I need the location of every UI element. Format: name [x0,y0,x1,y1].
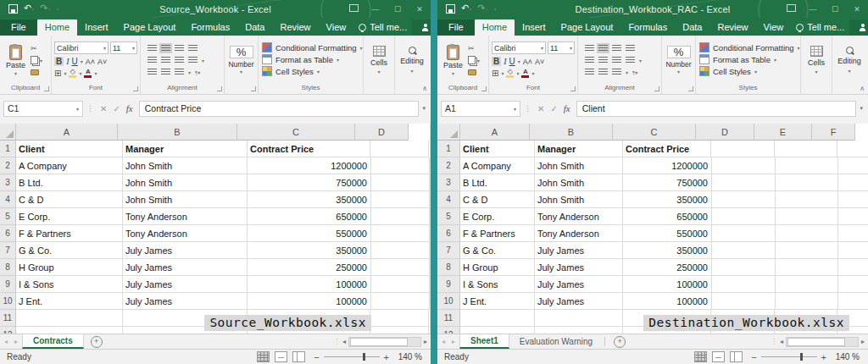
decrease-indent-button[interactable] [585,69,594,75]
row-header-9[interactable]: 9 [437,276,460,293]
merge-center-button[interactable] [188,57,198,63]
cut-button[interactable]: ✂ [31,43,42,53]
font-dialog-launcher[interactable] [570,86,576,91]
row-header-2[interactable]: 2 [437,157,460,174]
cell-B8[interactable]: July James [123,259,248,276]
insert-function-icon[interactable]: fx [564,103,570,113]
normal-view-icon[interactable] [694,351,707,362]
copy-button[interactable]: ▾ [468,55,480,65]
fill-color-button[interactable]: ◇ [506,69,514,78]
cell-A11[interactable] [16,310,123,327]
cells-caret[interactable]: ▾ [377,69,380,74]
format-painter-button[interactable] [468,67,480,77]
horizontal-scroll-thumb[interactable] [350,338,408,346]
center-button[interactable] [161,57,170,63]
cell-C4[interactable]: 350000 [248,191,371,208]
tab-file[interactable]: File [0,19,37,36]
row-header-1[interactable]: 1 [437,141,460,157]
cell-B1[interactable]: Manager [123,141,248,157]
customize-qat-icon[interactable]: ▾ [493,6,496,12]
center-button[interactable] [598,57,608,63]
conditional-formatting-button[interactable]: Conditional Formatting▾ [699,42,800,53]
share-button[interactable]: Share [849,19,868,36]
cell-F7[interactable] [838,242,868,259]
prev-sheet-icon[interactable]: ◂ [442,338,445,345]
paste-button[interactable]: Paste▾ [3,44,29,77]
tell-me-box[interactable]: Tell me... [353,19,412,36]
font-name-select[interactable]: Calibri▾ [54,41,108,54]
tab-data[interactable]: Data [237,19,272,36]
cut-button[interactable]: ✂ [468,43,480,53]
row-header-10[interactable]: 10 [0,293,16,310]
borders-button[interactable]: ⊞ [492,69,498,78]
redo-icon[interactable]: ↷▾ [40,3,50,14]
cell-B7[interactable]: July James [535,242,623,259]
expand-formula-bar-icon[interactable]: ▾ [422,105,427,112]
column-header-B[interactable]: B [530,124,613,141]
zoom-slider-thumb[interactable] [363,353,365,361]
cell-D3[interactable] [712,174,776,191]
row-header-6[interactable]: 6 [0,225,16,242]
cell-D4[interactable] [371,191,430,208]
cell-D10[interactable] [371,293,430,310]
cell-C2[interactable]: 1200000 [623,157,712,174]
middle-align-button[interactable] [161,45,170,52]
cell-C4[interactable]: 350000 [623,191,712,208]
align-left-button[interactable] [147,57,157,63]
paste-button[interactable]: Paste▾ [440,44,466,77]
tab-view[interactable]: View [756,19,792,36]
top-align-button[interactable] [585,45,594,52]
redo-icon[interactable]: ↷▾ [477,3,487,14]
column-header-F[interactable]: F [812,124,855,141]
page-layout-view-icon[interactable] [275,351,287,362]
cell-B5[interactable]: Tony Anderson [123,208,248,225]
cell-D7[interactable] [371,242,430,259]
row-header-5[interactable]: 5 [0,208,16,225]
cell-B6[interactable]: Tony Anderson [123,225,248,242]
cell-B2[interactable]: John Smith [123,157,248,174]
cell-A9[interactable]: I & Sons [460,276,535,293]
copy-button[interactable]: ▾ [31,55,42,65]
cell-A6[interactable]: F & Partners [16,225,123,242]
zoom-slider[interactable] [324,356,380,357]
row-header-9[interactable]: 9 [0,276,16,293]
cell-C5[interactable]: 650000 [248,208,371,225]
sheet-tab-contracts[interactable]: Contracts [22,334,84,349]
new-sheet-icon[interactable]: + [91,336,103,348]
collapse-ribbon-icon[interactable]: ∧ [422,85,427,92]
column-header-C[interactable]: C [613,124,696,141]
cell-D10[interactable] [712,293,776,310]
cell-A10[interactable]: J Ent. [460,293,535,310]
cell-C7[interactable]: 350000 [248,242,371,259]
cell-D1[interactable] [370,141,429,157]
middle-align-button[interactable] [598,45,608,52]
cells-caret[interactable]: ▾ [815,69,817,74]
cell-B7[interactable]: July James [123,242,248,259]
cell-B10[interactable]: July James [535,293,623,310]
tab-review[interactable]: Review [272,19,318,36]
scroll-left-icon[interactable]: ◂ [780,338,783,345]
cell-A11[interactable] [460,310,535,327]
cell-E8[interactable] [776,259,838,276]
cell-B9[interactable]: July James [535,276,623,293]
cell-E6[interactable] [776,225,838,242]
cell-A8[interactable]: H Group [460,259,535,276]
save-icon[interactable] [446,4,455,14]
zoom-slider[interactable] [761,356,817,357]
conditional-formatting-button[interactable]: Conditional Formatting▾ [262,42,363,53]
cell-E10[interactable] [776,293,838,310]
collapse-ribbon-icon[interactable]: ∧ [860,85,865,92]
cell-A1[interactable]: Client [16,141,123,157]
top-align-button[interactable] [147,45,157,52]
next-sheet-icon[interactable]: ▸ [14,338,18,345]
new-sheet-icon[interactable]: + [614,336,626,348]
row-header-8[interactable]: 8 [437,259,460,276]
prev-sheet-icon[interactable]: ◂ [4,338,8,345]
column-header-B[interactable]: B [118,124,237,141]
decrease-font-button[interactable]: A˅ [97,58,107,66]
alignment-dialog-launcher[interactable] [217,86,222,91]
cell-B10[interactable]: July James [123,293,248,310]
font-name-select[interactable]: Calibri▾ [492,41,546,54]
cell-C10[interactable]: 100000 [248,293,371,310]
maximize-icon[interactable]: ☐ [824,5,846,14]
